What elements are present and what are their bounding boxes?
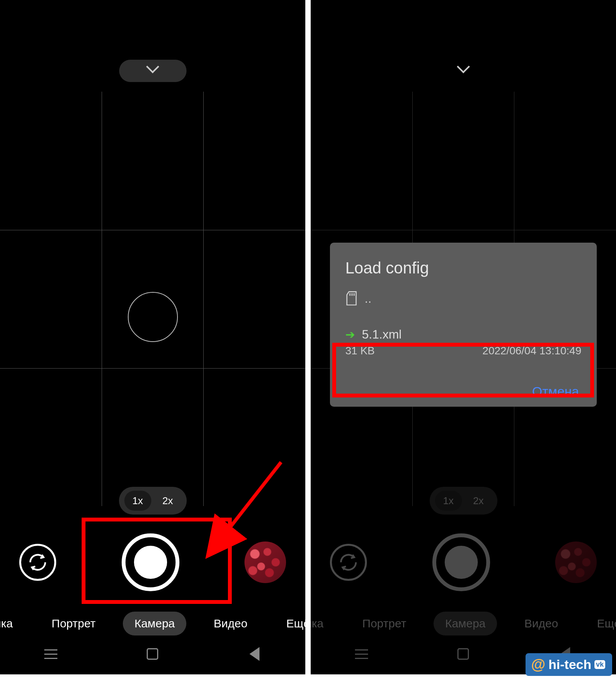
mode-camera[interactable]: Камера — [123, 612, 186, 635]
file-size: 31 KB — [345, 345, 375, 357]
shutter-button — [432, 533, 490, 591]
flip-camera-button[interactable] — [19, 544, 56, 581]
zoom-2x-button: 2x — [465, 491, 492, 511]
mode-portrait[interactable]: Портрет — [40, 612, 107, 635]
vk-icon: vk — [594, 660, 605, 669]
mode-night[interactable]: мка — [0, 612, 24, 635]
grid-line — [311, 230, 616, 230]
nav-back-button[interactable] — [246, 645, 263, 662]
grid-line — [0, 368, 305, 369]
file-date: 2022/06/04 13:10:49 — [482, 345, 581, 357]
mode-selector: мка Портрет Камера Видео Ещё — [311, 612, 616, 635]
zoom-1x-button[interactable]: 1x — [124, 491, 151, 511]
flip-camera-button — [330, 544, 367, 581]
zoom-switch: 1x 2x — [430, 487, 497, 515]
gallery-thumbnail-button — [555, 542, 597, 583]
camera-controls — [0, 524, 305, 601]
parent-directory-label: .. — [365, 292, 372, 306]
mode-video: Видео — [513, 612, 570, 635]
watermark-badge: @ hi-tech vk — [526, 653, 612, 676]
watermark-text: hi-tech — [549, 657, 591, 672]
mode-night: мка — [311, 612, 335, 635]
chevron-down-icon — [146, 64, 159, 77]
load-config-dialog: Load config .. ➔ 5.1.xml 31 KB 2022/06/0… — [330, 243, 597, 407]
at-icon: @ — [531, 656, 545, 673]
mode-selector[interactable]: мка Портрет Камера Видео Ещё — [0, 612, 305, 635]
flip-camera-icon — [28, 552, 48, 572]
camera-viewfinder[interactable] — [0, 92, 305, 506]
parent-directory-row[interactable]: .. — [345, 291, 581, 306]
mode-more[interactable]: Ещё — [275, 612, 305, 635]
file-name: 5.1.xml — [362, 327, 402, 342]
zoom-2x-button[interactable]: 2x — [154, 491, 181, 511]
mode-video[interactable]: Видео — [202, 612, 259, 635]
sd-card-icon — [345, 291, 358, 306]
cancel-button[interactable]: Отмена — [345, 384, 581, 399]
nav-home-button[interactable] — [144, 645, 161, 662]
nav-home-button[interactable] — [455, 645, 472, 662]
grid-line — [102, 92, 102, 506]
shutter-button[interactable] — [122, 533, 179, 591]
flip-camera-icon — [338, 552, 358, 572]
mode-camera: Камера — [434, 612, 497, 635]
zoom-switch[interactable]: 1x 2x — [119, 487, 187, 515]
mode-more: Ещё — [586, 612, 616, 635]
nav-recent-button[interactable] — [42, 645, 59, 662]
file-arrow-icon: ➔ — [345, 328, 355, 341]
phone-right: 1x 2x мка Портрет Камера Видео Ещё Load … — [311, 0, 616, 674]
dialog-title: Load config — [345, 259, 581, 277]
config-file-row[interactable]: ➔ 5.1.xml 31 KB 2022/06/04 13:10:49 — [345, 323, 581, 365]
mode-portrait: Портрет — [351, 612, 418, 635]
camera-controls — [311, 524, 616, 601]
zoom-1x-button: 1x — [435, 491, 462, 511]
system-nav-bar — [0, 640, 305, 667]
phone-left: 1x 2x мка Портрет Камера Видео Ещё — [0, 0, 305, 674]
nav-recent-button[interactable] — [353, 645, 370, 662]
gallery-thumbnail-button[interactable] — [244, 542, 286, 583]
expand-options-button[interactable] — [119, 60, 186, 82]
grid-line — [0, 230, 305, 230]
grid-line — [203, 92, 204, 506]
chevron-down-icon — [457, 64, 470, 77]
focus-indicator-icon — [128, 292, 178, 342]
expand-options-button[interactable] — [430, 60, 497, 82]
